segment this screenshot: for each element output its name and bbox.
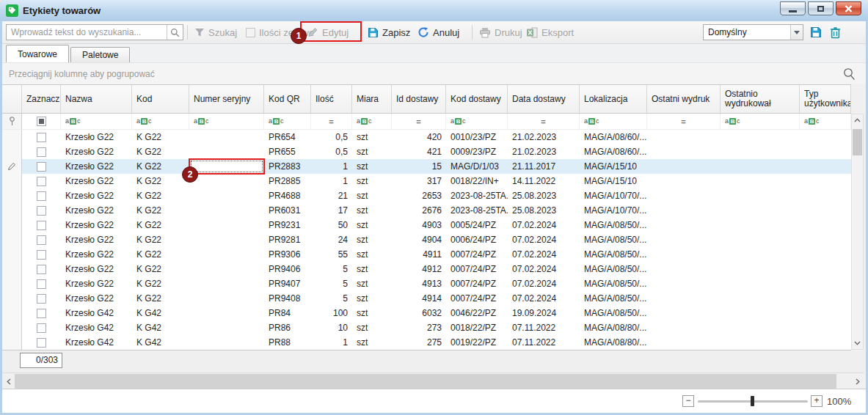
cell-ostatni_wydruk[interactable] [647, 232, 721, 247]
cell-kod[interactable]: K G22 [132, 130, 189, 144]
tab-paletowe[interactable]: Paletowe [70, 47, 130, 62]
cell-data_dostawy[interactable]: 07.02.2024 [508, 291, 580, 306]
cell-kod_qr[interactable]: PR9406 [264, 262, 311, 276]
table-row[interactable]: Krzesło G22K G22PR28851szt3170018/22/IN+… [2, 174, 851, 188]
cell-ostatnio_wydrukowal[interactable] [721, 291, 800, 306]
cell-typ_uzytkownika[interactable] [800, 276, 851, 291]
cell-typ_uzytkownika[interactable] [800, 247, 851, 262]
cell-lokalizacja[interactable]: MAG/A/08/50/... [580, 306, 647, 320]
cell-ostatni_wydruk[interactable] [647, 188, 721, 203]
filter-cell-kod_qr[interactable]: aBc [264, 114, 311, 129]
cell-lokalizacja[interactable]: MAG/A/08/50/... [580, 291, 647, 306]
cell-numer_seryjny[interactable] [189, 174, 264, 188]
cell-ostatni_wydruk[interactable] [647, 291, 721, 306]
cell-id_dostawy[interactable]: 4903 [392, 218, 446, 232]
cell-zaznacz[interactable] [22, 188, 61, 203]
cell-ostatni_wydruk[interactable] [647, 218, 721, 232]
cell-kod_qr[interactable]: PR6031 [264, 203, 311, 218]
cell-kod[interactable]: K G22 [132, 174, 189, 188]
cell-kod[interactable]: K G22 [132, 232, 189, 247]
cell-ostatni_wydruk[interactable] [647, 262, 721, 276]
cell-kod_qr[interactable]: PR9306 [264, 247, 311, 262]
grid-search-icon[interactable] [843, 67, 856, 81]
tab-towarowe[interactable]: Towarowe [6, 45, 69, 62]
cell-numer_seryjny[interactable] [189, 320, 264, 335]
cell-numer_seryjny[interactable] [189, 130, 264, 144]
filter-cell-ostatni_wydruk[interactable]: = [647, 114, 721, 129]
vertical-scrollbar[interactable] [851, 114, 864, 350]
cell-kod[interactable]: K G42 [132, 335, 189, 350]
row-checkbox[interactable] [37, 279, 46, 289]
cell-zaznacz[interactable] [22, 203, 61, 218]
cell-numer_seryjny[interactable] [189, 335, 264, 350]
cell-id_dostawy[interactable]: 420 [392, 130, 446, 144]
cell-zaznacz[interactable] [22, 276, 61, 291]
cell-miara[interactable]: szt [352, 130, 392, 144]
cell-kod_dostawy[interactable]: 0046/22/PZ [446, 306, 508, 320]
cell-data_dostawy[interactable]: 07.02.2024 [508, 276, 580, 291]
cell-numer_seryjny[interactable] [189, 262, 264, 276]
cell-numer_seryjny[interactable] [189, 188, 264, 203]
cell-id_dostawy[interactable]: 4914 [392, 291, 446, 306]
cell-kod_dostawy[interactable]: 0007/24/PZ [446, 276, 508, 291]
cell-kod[interactable]: K G22 [132, 218, 189, 232]
cell-kod[interactable]: K G42 [132, 320, 189, 335]
cell-ostatnio_wydrukowal[interactable] [721, 174, 800, 188]
cell-kod_qr[interactable]: PR2885 [264, 174, 311, 188]
horizontal-scroll-thumb[interactable] [15, 374, 836, 389]
table-row[interactable]: Krzesło G22K G22PR94065szt49120007/24/PZ… [2, 262, 851, 276]
cell-ilosc[interactable]: 0,5 [311, 130, 352, 144]
minimize-button[interactable] [780, 1, 806, 15]
row-checkbox[interactable] [37, 323, 46, 333]
search-input[interactable] [7, 25, 167, 40]
cell-typ_uzytkownika[interactable] [800, 306, 851, 320]
cell-ostatnio_wydrukowal[interactable] [721, 218, 800, 232]
save-layout-button[interactable] [808, 24, 824, 40]
filter-cell-id_dostawy[interactable]: = [392, 114, 446, 129]
cell-lokalizacja[interactable]: MAG/A/08/60/... [580, 144, 647, 159]
cell-ostatnio_wydrukowal[interactable] [721, 232, 800, 247]
cell-id_dostawy[interactable]: 2676 [392, 203, 446, 218]
cell-ilosc[interactable]: 17 [311, 203, 352, 218]
cell-id_dostawy[interactable]: 6032 [392, 306, 446, 320]
cell-ilosc[interactable]: 0,5 [311, 144, 352, 159]
cell-kod[interactable]: K G22 [132, 144, 189, 159]
cell-ostatni_wydruk[interactable] [647, 335, 721, 350]
cell-lokalizacja[interactable]: MAG/A/15/10 [580, 174, 647, 188]
cell-miara[interactable]: szt [352, 174, 392, 188]
cell-kod_qr[interactable]: PR9231 [264, 218, 311, 232]
restore-button[interactable] [808, 1, 834, 15]
cell-zaznacz[interactable] [22, 247, 61, 262]
row-checkbox[interactable] [37, 309, 46, 318]
cell-typ_uzytkownika[interactable] [800, 174, 851, 188]
cell-ostatnio_wydrukowal[interactable] [721, 247, 800, 262]
filter-cell-kod_dostawy[interactable]: aBc [446, 114, 508, 129]
scroll-up-button[interactable] [852, 114, 863, 126]
scroll-down-button[interactable] [852, 337, 863, 349]
column-header-data_dostawy[interactable]: Data dostawy [508, 85, 580, 113]
filter-cell-kod[interactable]: aBc [132, 114, 189, 129]
cell-nazwa[interactable]: Krzesło G22 [61, 144, 132, 159]
cell-kod_dostawy[interactable]: 0007/24/PZ [446, 262, 508, 276]
filter-cell-numer_seryjny[interactable]: aBc [189, 114, 264, 129]
cell-kod_dostawy[interactable]: MAG/D/1/03 [446, 159, 508, 174]
cell-kod_qr[interactable]: PR84 [264, 306, 311, 320]
table-row[interactable]: Krzesło G42K G42PR84100szt60320046/22/PZ… [2, 306, 851, 320]
table-row[interactable]: Krzesło G22K G22PR468821szt26532023-08-2… [2, 188, 851, 203]
cell-kod_dostawy[interactable]: 2023-08-25TA... [446, 188, 508, 203]
cell-kod_dostawy[interactable]: 0018/22/PZ [446, 320, 508, 335]
row-checkbox[interactable] [37, 206, 46, 216]
cell-numer_seryjny[interactable] [189, 276, 264, 291]
cell-miara[interactable]: szt [352, 188, 392, 203]
cell-lokalizacja[interactable]: MAG/A/08/80/... [580, 335, 647, 350]
cell-data_dostawy[interactable]: 25.08.2023 [508, 188, 580, 203]
cell-kod_qr[interactable]: PR4688 [264, 188, 311, 203]
cell-typ_uzytkownika[interactable] [800, 262, 851, 276]
table-row[interactable]: Krzesło G22K G22PR930655szt49110007/24/P… [2, 247, 851, 262]
cell-miara[interactable]: szt [352, 247, 392, 262]
search-icon[interactable] [167, 25, 183, 40]
cell-miara[interactable]: szt [352, 320, 392, 335]
scroll-left-button[interactable] [2, 373, 15, 389]
cell-kod[interactable]: K G22 [132, 262, 189, 276]
row-checkbox[interactable] [37, 177, 46, 186]
